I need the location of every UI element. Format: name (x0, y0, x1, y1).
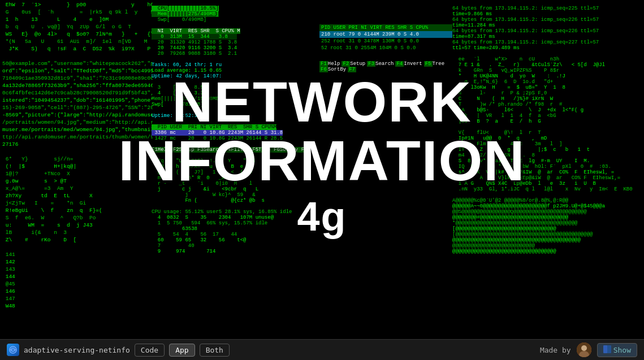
fn2-label: Setup (350, 61, 365, 67)
fn2[interactable]: F2 (342, 61, 350, 67)
terminal-background: EhW 7 `1> } p00 y hC k [h0 ( 9 z G 0us [… (0, 0, 644, 360)
terminal-middle: CPU[||||||||||10.5%] Mem[||||||275/490MB… (152, 0, 324, 339)
avatar (577, 342, 591, 357)
show-button[interactable]: Show (597, 343, 637, 357)
fn4-label: Invert (404, 61, 422, 67)
fn3-label: Search (375, 61, 394, 67)
bottom-bar-right: Made by Show (540, 342, 637, 357)
fn5-label: Tree (433, 61, 445, 67)
fn6[interactable]: F6 (319, 67, 328, 72)
fn6-label: SortBy (328, 67, 346, 72)
terminal-left: EhW 7 `1> } p00 y hC k [h0 ( 9 z G 0us [… (0, 0, 153, 339)
process-table: PID USER PRI NI VIRT RES SHR S CPU% 210 … (319, 24, 452, 51)
app-name-label: adaptive-serving-netinfo (24, 346, 130, 354)
fn1[interactable]: F1 (319, 61, 328, 67)
fn7[interactable]: F7 (348, 67, 356, 72)
fn-key-bar: F1Help F2Setup F3Search F4Invert F5Tree … (319, 61, 452, 72)
svg-rect-6 (603, 345, 607, 353)
fn4[interactable]: F4 (395, 61, 404, 67)
show-icon (603, 345, 611, 355)
fn1-label: Help (328, 61, 340, 67)
app-icon (7, 344, 19, 356)
show-label: Show (613, 346, 631, 354)
terminal-right: 64 bytes from 173.194.115.2: icmp_seq=22… (452, 0, 644, 339)
process-row-3: 52 root 31 0 2554M 104M 0 S 0.0 (319, 45, 452, 51)
fn3[interactable]: F3 (367, 61, 375, 67)
svg-point-3 (581, 345, 587, 351)
fn5[interactable]: F5 (424, 61, 433, 67)
process-row-1: 210 root 79 0 4144M 239M 0 S 4.0 (319, 31, 452, 38)
process-row-2: 252 root 31 0 3478M 130M 0 S 0.0 (319, 38, 452, 45)
tab-both[interactable]: Both (200, 344, 230, 357)
process-header: PID USER PRI NI VIRT RES SHR S CPU% (319, 24, 452, 31)
tab-code[interactable]: Code (135, 344, 165, 357)
made-by-text: Made by (540, 346, 571, 354)
tab-app[interactable]: App (169, 344, 195, 357)
bottom-bar-left: adaptive-serving-netinfo Code App Both (7, 344, 540, 357)
svg-rect-7 (607, 345, 611, 353)
bottom-bar: adaptive-serving-netinfo Code App Both M… (0, 339, 644, 360)
